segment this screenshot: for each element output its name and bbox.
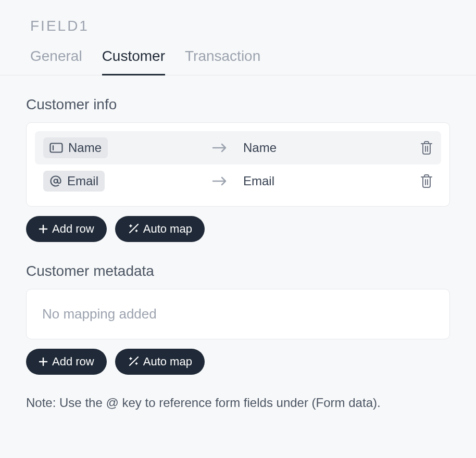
button-label: Add row	[52, 355, 94, 368]
tab-transaction[interactable]: Transaction	[185, 48, 260, 75]
section-title: Customer info	[26, 96, 450, 113]
page-title: FIELD1	[30, 18, 446, 34]
empty-mapping-box: No mapping added	[26, 289, 450, 339]
button-label: Add row	[52, 222, 94, 236]
delete-button[interactable]	[420, 174, 433, 188]
section-customer-metadata: Customer metadata No mapping added Add r…	[26, 263, 450, 375]
button-label: Auto map	[143, 222, 192, 236]
source-label: Email	[67, 174, 98, 188]
trash-icon	[420, 141, 433, 155]
wand-icon	[128, 223, 139, 235]
text-input-icon	[49, 143, 63, 153]
target-label: Name	[243, 141, 420, 155]
arrow-icon	[202, 176, 243, 186]
auto-map-button[interactable]: Auto map	[115, 349, 205, 375]
plus-icon	[39, 357, 48, 366]
delete-button[interactable]	[420, 141, 433, 155]
add-row-button[interactable]: Add row	[26, 349, 107, 375]
auto-map-button[interactable]: Auto map	[115, 216, 205, 242]
source-chip[interactable]: Email	[43, 171, 105, 192]
wand-icon	[128, 356, 139, 367]
svg-rect-0	[51, 144, 62, 152]
button-row: Add row Auto map	[26, 349, 450, 375]
mapping-box: Name Name	[26, 122, 450, 207]
tabs: General Customer Transaction	[0, 48, 476, 75]
section-title: Customer metadata	[26, 263, 450, 279]
trash-icon	[420, 174, 433, 188]
empty-text: No mapping added	[42, 306, 157, 322]
note-text: Note: Use the @ key to reference form fi…	[26, 396, 450, 410]
button-label: Auto map	[143, 355, 192, 368]
mapping-row[interactable]: Name Name	[35, 131, 441, 164]
tab-general[interactable]: General	[30, 48, 82, 75]
plus-icon	[39, 224, 48, 234]
source-label: Name	[68, 141, 102, 155]
button-row: Add row Auto map	[26, 216, 450, 242]
arrow-icon	[202, 143, 243, 153]
at-icon	[49, 175, 62, 187]
mapping-row[interactable]: Email Email	[35, 164, 441, 198]
section-customer-info: Customer info Name	[26, 96, 450, 242]
tab-customer[interactable]: Customer	[102, 48, 165, 75]
target-label: Email	[243, 174, 420, 188]
source-chip[interactable]: Name	[43, 137, 108, 158]
add-row-button[interactable]: Add row	[26, 216, 107, 242]
